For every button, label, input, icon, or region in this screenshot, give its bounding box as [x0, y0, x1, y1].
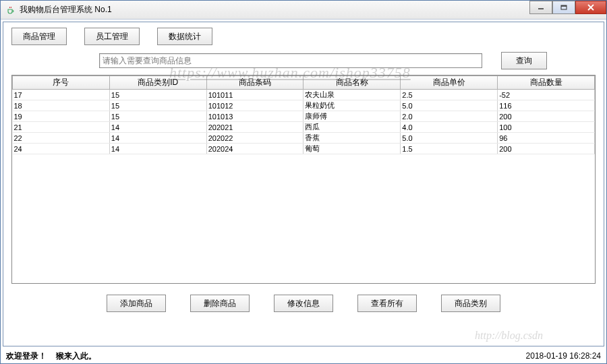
- table-cell[interactable]: 4.0: [401, 122, 498, 133]
- table-row[interactable]: 1815101012果粒奶优5.0116: [13, 100, 595, 111]
- table-cell[interactable]: 2.0: [401, 111, 498, 122]
- table-cell[interactable]: 15: [109, 100, 206, 111]
- table-cell[interactable]: 96: [498, 133, 595, 144]
- col-barcode[interactable]: 商品条码: [206, 76, 304, 90]
- col-category-id[interactable]: 商品类别ID: [109, 76, 206, 90]
- delete-product-button[interactable]: 删除商品: [190, 295, 250, 312]
- statusbar: 欢迎登录！ 猴来入此。 2018-01-19 16:28:24: [1, 348, 606, 363]
- top-tabs: 商品管理 员工管理 数据统计: [11, 28, 596, 45]
- table-cell[interactable]: 葡萄: [304, 144, 401, 154]
- titlebar: 我购物后台管理系统 No.1: [1, 1, 606, 20]
- table-cell[interactable]: 康师傅: [304, 111, 401, 122]
- content-panel: 商品管理 员工管理 数据统计 查询 https://www.huzhan.com…: [3, 22, 604, 346]
- table-cell[interactable]: 15: [109, 111, 206, 122]
- table-cell[interactable]: 116: [498, 100, 595, 111]
- col-unit-price[interactable]: 商品单价: [401, 76, 498, 90]
- status-timestamp: 2018-01-19 16:28:24: [526, 351, 601, 361]
- maximize-button[interactable]: [552, 1, 575, 14]
- table-cell[interactable]: 22: [13, 133, 110, 144]
- table-row[interactable]: 2414202024葡萄1.5200: [13, 144, 595, 154]
- table-cell[interactable]: 14: [109, 122, 206, 133]
- table-row[interactable]: 2214202022香蕉5.096: [13, 133, 595, 144]
- table-cell[interactable]: 1.5: [401, 144, 498, 154]
- table-cell[interactable]: 202021: [206, 122, 304, 133]
- table-cell[interactable]: 21: [13, 122, 110, 133]
- table-header-row: 序号 商品类别ID 商品条码 商品名称 商品单价 商品数量: [13, 76, 595, 90]
- java-icon: [5, 5, 16, 16]
- product-category-button[interactable]: 商品类别: [441, 295, 500, 312]
- status-welcome: 欢迎登录！: [6, 351, 47, 362]
- search-input[interactable]: [99, 53, 482, 68]
- table-cell[interactable]: 200: [498, 144, 595, 154]
- table-row[interactable]: 1715101011农夫山泉2.5-52: [13, 90, 595, 100]
- table-cell[interactable]: 香蕉: [304, 133, 401, 144]
- table-cell[interactable]: 5.0: [401, 100, 498, 111]
- search-row: 查询: [11, 52, 596, 69]
- window-title: 我购物后台管理系统 No.1: [20, 4, 602, 16]
- table-cell[interactable]: 202024: [206, 144, 304, 154]
- col-serial[interactable]: 序号: [13, 76, 110, 90]
- product-table[interactable]: 序号 商品类别ID 商品条码 商品名称 商品单价 商品数量 1715101011…: [12, 75, 595, 154]
- table-cell[interactable]: 2.5: [401, 90, 498, 100]
- table-cell[interactable]: 202022: [206, 133, 304, 144]
- table-cell[interactable]: 农夫山泉: [304, 90, 401, 100]
- col-quantity[interactable]: 商品数量: [498, 76, 595, 90]
- table-cell[interactable]: 5.0: [401, 133, 498, 144]
- app-window: 我购物后台管理系统 No.1 商品管理 员工管理 数据统计 查询 https:/…: [0, 0, 607, 364]
- tab-employee-management[interactable]: 员工管理: [84, 28, 140, 45]
- tab-data-statistics[interactable]: 数据统计: [157, 28, 212, 45]
- add-product-button[interactable]: 添加商品: [107, 295, 166, 312]
- table-cell[interactable]: 24: [13, 144, 110, 154]
- table-cell[interactable]: 14: [109, 133, 206, 144]
- table-cell[interactable]: 100: [498, 122, 595, 133]
- view-all-button[interactable]: 查看所有: [357, 295, 417, 312]
- table-cell[interactable]: 19: [13, 111, 110, 122]
- table-cell[interactable]: 14: [109, 144, 206, 154]
- table-cell[interactable]: 101011: [206, 90, 304, 100]
- window-controls: [529, 1, 606, 14]
- watermark-blog: http://blog.csdn: [475, 330, 543, 342]
- table-cell[interactable]: 果粒奶优: [304, 100, 401, 111]
- status-here: 猴来入此。: [56, 351, 96, 362]
- table-cell[interactable]: 15: [109, 90, 206, 100]
- modify-info-button[interactable]: 修改信息: [274, 295, 333, 312]
- query-button[interactable]: 查询: [501, 52, 547, 69]
- table-cell[interactable]: 200: [498, 111, 595, 122]
- table-cell[interactable]: -52: [498, 90, 595, 100]
- table-cell[interactable]: 18: [13, 100, 110, 111]
- product-table-container: 序号 商品类别ID 商品条码 商品名称 商品单价 商品数量 1715101011…: [11, 75, 596, 284]
- close-button[interactable]: [575, 1, 606, 14]
- table-cell[interactable]: 101013: [206, 111, 304, 122]
- action-buttons: 添加商品 删除商品 修改信息 查看所有 商品类别: [11, 295, 596, 312]
- col-product-name[interactable]: 商品名称: [304, 76, 401, 90]
- minimize-button[interactable]: [529, 1, 552, 14]
- table-row[interactable]: 2114202021西瓜4.0100: [13, 122, 595, 133]
- table-row[interactable]: 1915101013康师傅2.0200: [13, 111, 595, 122]
- table-cell[interactable]: 17: [13, 90, 110, 100]
- table-cell[interactable]: 101012: [206, 100, 304, 111]
- table-cell[interactable]: 西瓜: [304, 122, 401, 133]
- tab-product-management[interactable]: 商品管理: [11, 28, 67, 45]
